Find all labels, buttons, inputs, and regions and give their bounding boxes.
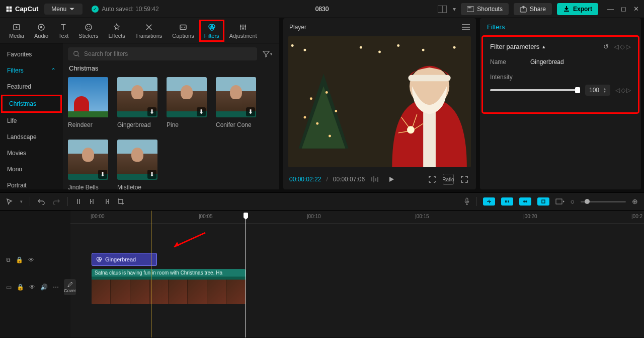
sort-button[interactable]: ▾ <box>260 47 274 60</box>
intensity-value[interactable]: 100 ▲▼ <box>585 85 610 96</box>
svg-rect-3 <box>468 7 469 8</box>
pointer-tool[interactable] <box>6 198 13 205</box>
more-icon[interactable]: ⋯ <box>53 284 59 291</box>
shortcuts-button[interactable]: Shortcuts <box>461 3 509 15</box>
menu-button[interactable]: Menu <box>44 4 83 15</box>
mute-icon[interactable]: ▭ <box>6 284 12 291</box>
zoom-slider[interactable] <box>581 201 626 202</box>
export-button[interactable]: Export <box>557 3 598 15</box>
sidebar-item-christmas[interactable]: Christmas <box>2 96 61 112</box>
document-title[interactable]: 0830 <box>315 6 329 13</box>
link-icon[interactable]: ⧉ <box>6 256 11 263</box>
svg-point-25 <box>316 122 318 125</box>
reset-icon[interactable]: ↺ <box>603 43 609 50</box>
sidebar-item-life[interactable]: Life <box>0 113 63 129</box>
zoom-out-button[interactable]: ○ <box>571 197 575 206</box>
svg-rect-4 <box>469 7 470 8</box>
chevron-down-icon[interactable]: ▾ <box>453 6 456 13</box>
lock-icon[interactable]: 🔒 <box>17 284 24 291</box>
download-icon[interactable]: ⬇ <box>147 107 156 116</box>
playhead[interactable] <box>246 214 246 337</box>
autosave-status: ✓ Auto saved: 10:59:42 <box>92 6 158 13</box>
zoom-in-button[interactable]: ⊕ <box>632 197 638 206</box>
crop-button[interactable] <box>117 198 124 205</box>
timeline-settings-icon[interactable] <box>555 198 565 205</box>
timeline-ruler[interactable]: |00:00 |00:05 |00:10 |00:15 |00:20 |00:2 <box>70 211 644 224</box>
chevron-down-icon[interactable]: ▾ <box>20 199 23 204</box>
sidebar-favorites[interactable]: Favorites <box>0 46 63 62</box>
sidebar-item-featured[interactable]: Featured <box>0 79 63 95</box>
tab-media[interactable]: Media <box>4 20 29 42</box>
svg-rect-52 <box>508 200 509 202</box>
filter-track[interactable]: Gingerbread <box>70 252 644 268</box>
scan-icon[interactable] <box>427 174 438 185</box>
download-icon[interactable]: ⬇ <box>98 170 107 179</box>
keyframe-nav[interactable]: ◁◇▷ <box>614 43 631 50</box>
filter-clip[interactable]: Gingerbread <box>92 253 157 266</box>
split-left-button[interactable] <box>89 198 96 205</box>
tab-effects[interactable]: Effects <box>103 20 130 42</box>
intensity-keyframe-nav[interactable]: ◁◇▷ <box>615 87 631 94</box>
filter-thumb-gingerbread[interactable]: ⬇Gingerbread <box>117 77 157 128</box>
download-icon[interactable]: ⬇ <box>246 107 255 116</box>
svg-point-12 <box>89 26 90 27</box>
filter-thumb-conifer[interactable]: ⬇Conifer Cone <box>216 77 256 128</box>
tab-audio[interactable]: Audio <box>29 20 53 42</box>
sidebar: Favorites Filters ⌃ Featured Christmas L… <box>0 43 63 189</box>
share-button[interactable]: Share <box>514 3 552 15</box>
minimize-button[interactable]: — <box>607 5 614 13</box>
filter-thumb-reindeer[interactable]: Reindeer <box>68 77 108 128</box>
annotation-arrow <box>171 232 206 250</box>
split-right-button[interactable] <box>103 198 110 205</box>
sidebar-item-landscape[interactable]: Landscape <box>0 129 63 145</box>
filter-thumb-pine[interactable]: ⬇Pine <box>167 77 207 128</box>
tab-filters[interactable]: Filters <box>199 20 224 42</box>
collapse-icon: ▲ <box>541 44 546 49</box>
play-button[interactable] <box>386 174 397 185</box>
tab-stickers[interactable]: Stickers <box>73 20 103 42</box>
player-title: Player <box>289 24 306 31</box>
filter-thumb-jingle[interactable]: ⬇Jingle Bells <box>68 140 108 189</box>
split-button[interactable] <box>75 198 82 205</box>
video-track[interactable]: Satna claus is having fun in room with C… <box>70 268 644 306</box>
download-icon[interactable]: ⬇ <box>197 107 206 116</box>
tab-adjustment[interactable]: Adjustment <box>224 20 262 42</box>
svg-point-18 <box>243 27 244 29</box>
video-clip[interactable]: Satna claus is having fun in room with C… <box>92 269 246 304</box>
intensity-slider[interactable] <box>490 89 580 91</box>
sidebar-item-portrait[interactable]: Portrait <box>0 177 63 189</box>
tab-text[interactable]: Text <box>53 20 73 42</box>
maximize-button[interactable]: ◻ <box>621 5 626 13</box>
chevron-up-icon: ⌃ <box>51 67 56 74</box>
mic-icon[interactable] <box>463 197 470 206</box>
snap-toggle-3[interactable] <box>519 197 531 206</box>
snap-toggle-4[interactable] <box>537 197 549 206</box>
svg-rect-50 <box>466 198 468 202</box>
snap-toggle-1[interactable] <box>483 197 495 206</box>
redo-button[interactable] <box>52 198 60 205</box>
sidebar-item-mono[interactable]: Mono <box>0 161 63 177</box>
snap-toggle-2[interactable] <box>501 197 513 206</box>
sidebar-filters-accordion[interactable]: Filters ⌃ <box>0 62 63 79</box>
filter-thumb-mistletoe[interactable]: ⬇Mistletoe <box>117 140 157 189</box>
download-icon[interactable]: ⬇ <box>147 170 156 179</box>
eye-icon[interactable]: 👁 <box>28 256 34 263</box>
player-menu-icon[interactable] <box>462 24 470 30</box>
bars-icon[interactable] <box>370 174 381 185</box>
fullscreen-button[interactable] <box>459 174 470 185</box>
speaker-icon[interactable]: 🔊 <box>40 284 48 291</box>
lock-icon[interactable]: 🔒 <box>16 256 23 263</box>
undo-button[interactable] <box>37 198 45 205</box>
name-value: Gingerbread <box>530 58 564 65</box>
filter-parameters-header[interactable]: Filter parameters ▲ <box>490 43 546 50</box>
ratio-button[interactable]: Ratio <box>443 174 454 185</box>
video-preview[interactable] <box>288 36 471 167</box>
layout-icon[interactable] <box>437 4 448 15</box>
close-button[interactable]: ✕ <box>633 5 639 13</box>
tab-transitions[interactable]: Transitions <box>130 20 167 42</box>
sidebar-item-movies[interactable]: Movies <box>0 145 63 161</box>
search-input[interactable] <box>68 47 257 60</box>
svg-point-11 <box>87 26 88 27</box>
tab-captions[interactable]: Captions <box>167 20 199 42</box>
eye-icon[interactable]: 👁 <box>29 284 35 291</box>
